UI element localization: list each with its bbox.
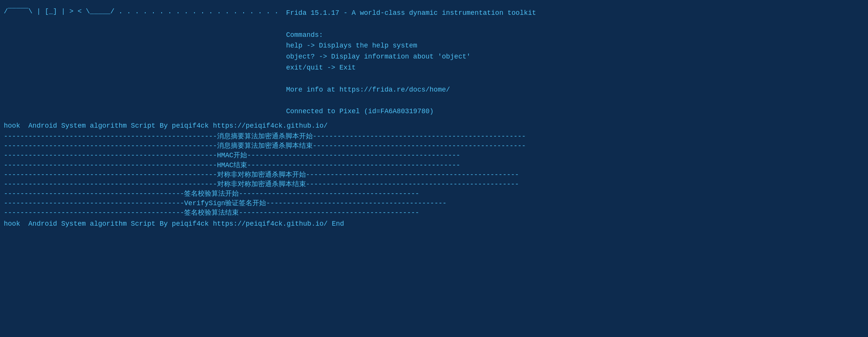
sep-2: ----------------------------------------… xyxy=(0,141,868,151)
sep-7: ----------------------------------------… xyxy=(0,189,868,199)
intro-section: /‾‾‾‾‾\ | [_] | > < \_____/ . . . . . . … xyxy=(0,4,868,120)
commands-header: Commands: xyxy=(286,31,323,39)
more-info: More info at https://frida.re/docs/home/ xyxy=(286,86,450,93)
cmd-exit: exit/quit -> Exit xyxy=(286,64,356,71)
sep-8: ----------------------------------------… xyxy=(0,199,868,208)
title-line: Frida 15.1.17 - A world-class dynamic in… xyxy=(286,9,536,17)
frida-logo: /‾‾‾‾‾\ | [_] | > < \_____/ . . . . . . … xyxy=(4,7,279,16)
sep-3: ----------------------------------------… xyxy=(0,151,868,160)
cmd-object: object? -> Display information about 'ob… xyxy=(286,53,471,60)
terminal-window: /‾‾‾‾‾\ | [_] | > < \_____/ . . . . . . … xyxy=(0,0,868,337)
hook-end-line: hook Android System algorithm Script By … xyxy=(0,218,868,230)
sep-1: ----------------------------------------… xyxy=(0,132,868,141)
cmd-help: help -> Displays the help system xyxy=(286,42,417,49)
intro-text-block: Frida 15.1.17 - A world-class dynamic in… xyxy=(286,8,536,117)
sep-5: ----------------------------------------… xyxy=(0,170,868,180)
hook-start-line: hook Android System algorithm Script By … xyxy=(0,120,868,132)
connected-info: Connected to Pixel (id=FA6A80319780) xyxy=(286,108,434,115)
sep-6: ----------------------------------------… xyxy=(0,180,868,189)
sep-9: ----------------------------------------… xyxy=(0,208,868,218)
sep-4: ----------------------------------------… xyxy=(0,161,868,170)
